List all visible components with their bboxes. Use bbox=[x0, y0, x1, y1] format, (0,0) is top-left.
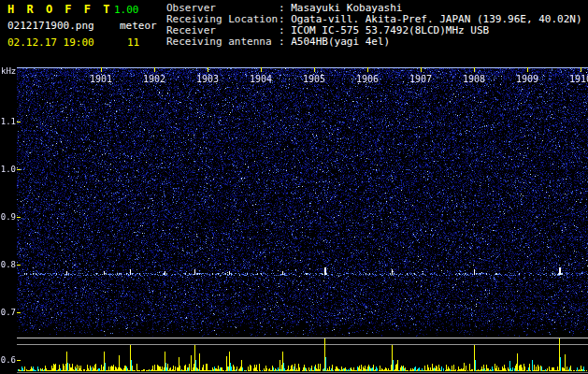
datetime-label: 02.12.17 19:00 bbox=[7, 36, 94, 49]
time-label: 1910 bbox=[569, 74, 588, 84]
station-info: Observer: Masayuki Kobayashi Receiving L… bbox=[166, 3, 582, 48]
time-label: 1902 bbox=[143, 74, 165, 84]
time-label: 1903 bbox=[196, 74, 219, 84]
freq-label: 0.9 bbox=[0, 212, 16, 222]
freq-label: 1.1 bbox=[0, 117, 16, 126]
hrofft-screen: { "app": { "title": "H R O F F T", "vers… bbox=[0, 0, 588, 374]
spectrogram-canvas bbox=[0, 65, 588, 374]
freq-label: 1.0 bbox=[0, 165, 16, 174]
app-title: H R O F F T bbox=[7, 3, 112, 16]
mode-label: meteor bbox=[120, 20, 157, 32]
field-antenna: Receiving antenna: A504HB(yagi 4el) bbox=[166, 36, 582, 48]
time-label: 1904 bbox=[250, 74, 272, 84]
time-label: 1901 bbox=[90, 74, 112, 84]
time-label: 1905 bbox=[303, 74, 325, 84]
time-label: 1906 bbox=[356, 74, 379, 84]
time-label: 1908 bbox=[463, 74, 485, 84]
freq-label: 0.6 bbox=[0, 355, 16, 365]
field-antenna-label: Receiving antenna bbox=[166, 36, 279, 48]
time-label: 1907 bbox=[409, 74, 432, 84]
freq-axis-unit: kHz bbox=[1, 66, 16, 76]
field-antenna-value: : A504HB(yagi 4el) bbox=[279, 36, 390, 48]
app-version: 1.00 bbox=[114, 4, 139, 16]
echo-count: 11 bbox=[127, 36, 139, 49]
output-filename: 0212171900.png bbox=[7, 20, 94, 32]
time-label: 1909 bbox=[516, 74, 538, 84]
freq-label: 0.7 bbox=[0, 308, 16, 317]
freq-label: 0.8 bbox=[0, 260, 16, 269]
